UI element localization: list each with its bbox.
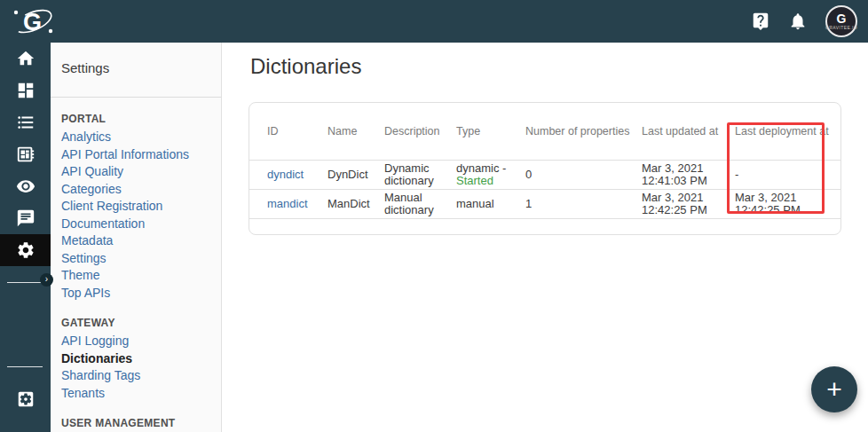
rail-dashboard-icon[interactable] — [0, 75, 51, 106]
sidebar-collapse-chevron-icon[interactable]: › — [40, 273, 53, 287]
table-header-row: ID Name Description Type Number of prope… — [249, 103, 841, 160]
cell-description: Manual dictionary — [384, 189, 456, 218]
svg-text:G: G — [23, 9, 42, 35]
sidebar-item-api-logging[interactable]: API Logging — [61, 333, 221, 350]
page-title: Dictionaries — [250, 54, 361, 79]
rail-messages-chat-icon[interactable] — [0, 202, 51, 234]
sidebar-item-analytics[interactable]: Analytics — [61, 129, 221, 146]
sidebar-item-metadata[interactable]: Metadata — [61, 232, 221, 250]
cell-name: DynDict — [327, 160, 384, 189]
section-label-user-management: USER MANAGEMENT — [61, 417, 221, 429]
sidebar-section-portal: PORTAL Analytics API Portal Informations… — [51, 113, 221, 302]
cell-name: ManDict — [327, 189, 384, 218]
col-header-number-of-properties: Number of properties — [525, 103, 642, 160]
dictionary-link-mandict[interactable]: mandict — [267, 197, 308, 210]
sidebar-divider — [51, 97, 221, 98]
type-label: manual — [456, 197, 494, 210]
gravitee-logo-icon: G — [9, 2, 60, 41]
sidebar-item-api-portal-informations[interactable]: API Portal Informations — [61, 146, 221, 164]
settings-sidebar: Settings PORTAL Analytics API Portal Inf… — [51, 43, 222, 432]
dictionaries-table-card: ID Name Description Type Number of prope… — [249, 102, 841, 235]
cell-last-updated: Mar 3, 2021 12:42:25 PM — [642, 189, 735, 218]
plus-icon: + — [826, 374, 842, 404]
sidebar-item-sharding-tags[interactable]: Sharding Tags — [61, 367, 221, 385]
col-header-description: Description — [384, 103, 456, 160]
rail-audit-eye-icon[interactable] — [0, 170, 51, 202]
add-dictionary-button[interactable]: + — [811, 366, 857, 412]
status-started: Started — [456, 174, 493, 187]
cell-last-deployment: Mar 3, 2021 12:42:25 PM — [735, 189, 841, 218]
section-label-portal: PORTAL — [61, 113, 221, 125]
sidebar-section-user-management: USER MANAGEMENT — [51, 417, 221, 429]
dictionary-link-dyndict[interactable]: dyndict — [267, 168, 304, 181]
sidebar-section-gateway: GATEWAY API Logging Dictionaries Shardin… — [51, 317, 221, 402]
cell-last-updated: Mar 3, 2021 12:41:03 PM — [642, 160, 735, 189]
rail-divider — [7, 282, 43, 283]
rail-organization-settings-icon[interactable] — [0, 389, 51, 409]
col-header-last-deployment-at: Last deployment at — [735, 103, 841, 160]
col-header-id: ID — [249, 103, 327, 160]
rail-settings-gear-icon[interactable] — [0, 234, 51, 266]
rail-divider — [7, 366, 43, 367]
sidebar-title: Settings — [51, 43, 221, 97]
avatar-initial: G — [837, 13, 847, 25]
col-header-type: Type — [456, 103, 525, 160]
cell-properties-count: 1 — [525, 189, 642, 218]
sidebar-item-theme[interactable]: Theme — [61, 267, 221, 285]
section-label-gateway: GATEWAY — [61, 317, 221, 329]
sidebar-item-api-quality[interactable]: API Quality — [61, 163, 221, 181]
sidebar-item-top-apis[interactable]: Top APIs — [61, 285, 221, 302]
table-row-dyndict[interactable]: dyndict DynDict Dynamic dictionary dynam… — [249, 160, 841, 189]
avatar-caption: GRAVITEE.IO — [825, 25, 857, 30]
sidebar-item-categories[interactable]: Categories — [61, 181, 221, 199]
rail-home-icon[interactable] — [0, 43, 51, 75]
rail-apis-list-icon[interactable] — [0, 106, 51, 138]
dictionaries-table: ID Name Description Type Number of prope… — [249, 103, 841, 219]
cell-description: Dynamic dictionary — [384, 160, 456, 189]
sidebar-item-dictionaries[interactable]: Dictionaries — [61, 350, 221, 368]
user-avatar[interactable]: G GRAVITEE.IO — [825, 5, 857, 37]
cell-last-deployment: - — [735, 160, 841, 189]
col-header-last-updated-at: Last updated at — [642, 103, 735, 160]
sidebar-item-tenants[interactable]: Tenants — [61, 385, 221, 403]
col-header-name: Name — [327, 103, 384, 160]
cell-type: manual — [456, 189, 525, 218]
icon-rail — [0, 43, 51, 432]
main-content: Dictionaries ID Name Description Type Nu… — [222, 43, 868, 432]
sidebar-item-settings[interactable]: Settings — [61, 250, 221, 268]
cell-properties-count: 0 — [525, 160, 642, 189]
sidebar-item-documentation[interactable]: Documentation — [61, 216, 221, 233]
rail-applications-board-icon[interactable] — [0, 138, 51, 170]
top-header-bar: G G GRAVITEE.IO — [0, 0, 868, 43]
type-label: dynamic - — [456, 161, 506, 175]
notifications-bell-icon[interactable] — [788, 12, 808, 31]
sidebar-item-client-registration[interactable]: Client Registration — [61, 198, 221, 216]
cell-type: dynamic - Started — [456, 160, 525, 189]
table-row-mandict[interactable]: mandict ManDict Manual dictionary manual… — [249, 189, 841, 218]
help-icon[interactable] — [751, 12, 770, 31]
